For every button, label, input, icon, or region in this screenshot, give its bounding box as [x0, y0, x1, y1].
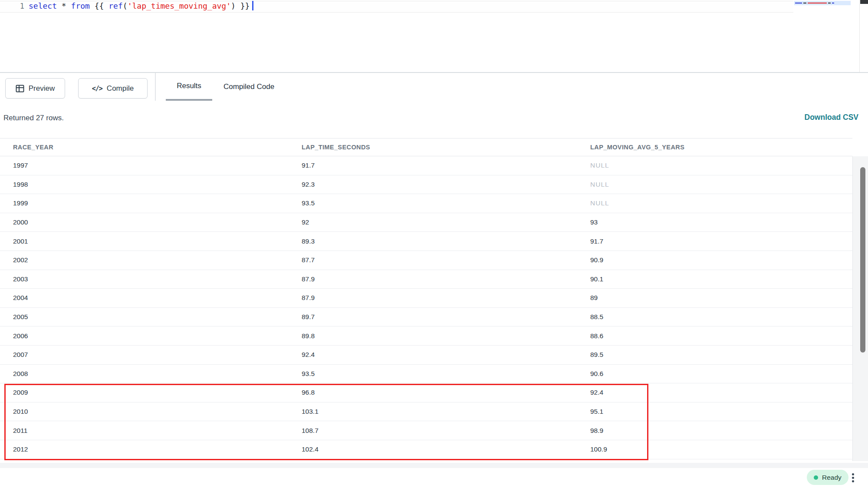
column-header-race-year: RACE_YEAR: [13, 144, 302, 151]
table-row: 200189.391.7: [0, 232, 852, 251]
row-count-text: Returned 27 rows.: [3, 114, 64, 122]
toolbar-divider: [155, 73, 156, 101]
cell-lap-moving-avg-5-years: 93: [590, 218, 852, 226]
table-body: 199791.7NULL199892.3NULL199993.5NULL2000…: [0, 156, 852, 459]
tab-compiled-code-label: Compiled Code: [224, 82, 274, 91]
code-token-string: 'lap_times_moving_avg': [128, 1, 231, 10]
results-scrollbar-track[interactable]: [852, 156, 868, 461]
table-row: 2011108.798.9: [0, 421, 852, 440]
cell-lap-time-seconds: 93.5: [302, 199, 590, 207]
cell-race-year: 2007: [13, 351, 302, 359]
cell-lap-moving-avg-5-years: 90.6: [590, 370, 852, 378]
cell-lap-time-seconds: 87.9: [302, 275, 590, 283]
tab-compiled-code[interactable]: Compiled Code: [223, 73, 275, 101]
cell-race-year: 2006: [13, 332, 302, 340]
cell-lap-time-seconds: 108.7: [302, 427, 590, 435]
cell-lap-time-seconds: 103.1: [302, 408, 590, 415]
cell-lap-moving-avg-5-years: NULL: [590, 199, 852, 207]
cell-lap-moving-avg-5-years: 88.6: [590, 332, 852, 340]
panel-bottom-strip: [0, 463, 868, 468]
tab-results[interactable]: Results: [166, 73, 212, 101]
download-csv-link[interactable]: Download CSV: [805, 113, 858, 122]
table-row: 2012102.4100.9: [0, 440, 852, 459]
cell-lap-time-seconds: 91.7: [302, 162, 590, 169]
cell-lap-moving-avg-5-years: 98.9: [590, 427, 852, 435]
cell-lap-moving-avg-5-years: 92.4: [590, 389, 852, 396]
cell-race-year: 2000: [13, 218, 302, 226]
table-row: 199791.7NULL: [0, 156, 852, 175]
cell-race-year: 2011: [13, 427, 302, 435]
table-header-row: RACE_YEAR LAP_TIME_SECONDS LAP_MOVING_AV…: [0, 138, 852, 156]
cell-race-year: 2012: [13, 445, 302, 453]
cell-race-year: 2002: [13, 256, 302, 264]
table-row: 2010103.195.1: [0, 402, 852, 422]
minimap-current-line: [794, 1, 851, 5]
cell-lap-moving-avg-5-years: 89.5: [590, 351, 852, 359]
ready-status-dot: [814, 475, 818, 480]
tab-results-label: Results: [177, 82, 201, 90]
cell-race-year: 1997: [13, 162, 302, 169]
compile-button[interactable]: </> Compile: [78, 78, 148, 99]
cell-race-year: 2004: [13, 294, 302, 302]
cell-race-year: 2003: [13, 275, 302, 283]
cell-lap-time-seconds: 87.9: [302, 294, 590, 302]
editor-scrollbar-thumb[interactable]: [860, 0, 868, 4]
cell-lap-moving-avg-5-years: 95.1: [590, 408, 852, 415]
table-row: 200792.489.5: [0, 346, 852, 365]
cell-lap-time-seconds: 87.7: [302, 256, 590, 264]
cell-lap-time-seconds: 93.5: [302, 370, 590, 378]
cell-lap-moving-avg-5-years: 89: [590, 294, 852, 302]
cell-lap-time-seconds: 89.7: [302, 313, 590, 321]
cell-lap-moving-avg-5-years: 90.9: [590, 256, 852, 264]
table-row: 200387.990.1: [0, 270, 852, 289]
column-header-lap-moving-avg-5-years: LAP_MOVING_AVG_5_YEARS: [590, 144, 852, 151]
code-token-keyword: from: [71, 1, 90, 10]
code-token-plain: }}: [236, 1, 250, 10]
results-meta-bar: Returned 27 rows. Download CSV: [0, 101, 868, 138]
code-token-plain: *: [57, 1, 71, 10]
ready-status-label: Ready: [822, 474, 842, 481]
cell-race-year: 2010: [13, 408, 302, 415]
table-row: 200893.590.6: [0, 365, 852, 384]
table-row: 199993.5NULL: [0, 194, 852, 213]
cell-lap-moving-avg-5-years: 100.9: [590, 445, 852, 453]
cell-lap-moving-avg-5-years: 90.1: [590, 275, 852, 283]
table-row: 200589.788.5: [0, 308, 852, 327]
column-header-lap-time-seconds: LAP_TIME_SECONDS: [302, 144, 590, 151]
cell-lap-time-seconds: 89.3: [302, 237, 590, 245]
cell-lap-time-seconds: 92.4: [302, 351, 590, 359]
kebab-menu-icon[interactable]: [850, 471, 856, 485]
ready-status-badge[interactable]: Ready: [807, 470, 848, 485]
cell-race-year: 2009: [13, 389, 302, 396]
editor-minimap-divider: [859, 0, 860, 72]
results-scrollbar-thumb[interactable]: [860, 167, 865, 353]
compile-button-label: Compile: [107, 84, 134, 93]
cell-lap-time-seconds: 96.8: [302, 389, 590, 396]
table-grid-icon: [16, 85, 24, 92]
code-token-plain: (: [123, 1, 128, 10]
code-brackets-icon: </>: [92, 85, 102, 92]
code-token-plain: {{: [90, 1, 108, 10]
cell-race-year: 1998: [13, 181, 302, 188]
dbt-ide-window: 1 select * from {{ ref('lap_times_moving…: [0, 0, 868, 488]
status-bar: Ready: [0, 468, 868, 488]
code-token-plain: ): [231, 1, 236, 10]
code-token-keyword: select: [29, 1, 57, 10]
table-row: 20009293: [0, 213, 852, 232]
cell-lap-moving-avg-5-years: 91.7: [590, 237, 852, 245]
editor-minimap[interactable]: [794, 0, 852, 69]
cell-lap-time-seconds: 102.4: [302, 445, 590, 453]
cell-race-year: 2008: [13, 370, 302, 378]
results-table: RACE_YEAR LAP_TIME_SECONDS LAP_MOVING_AV…: [0, 138, 852, 461]
sql-code-line[interactable]: select * from {{ ref('lap_times_moving_a…: [29, 1, 253, 11]
cell-lap-time-seconds: 92: [302, 218, 590, 226]
text-cursor: [252, 1, 253, 10]
table-row: 199892.3NULL: [0, 175, 852, 195]
preview-button[interactable]: Preview: [5, 78, 65, 99]
table-row: 200996.892.4: [0, 383, 852, 402]
table-row: 200487.989: [0, 289, 852, 308]
cell-race-year: 2001: [13, 237, 302, 245]
table-row: 200689.888.6: [0, 326, 852, 346]
cell-lap-moving-avg-5-years: NULL: [590, 181, 852, 188]
sql-editor[interactable]: 1 select * from {{ ref('lap_times_moving…: [0, 0, 868, 72]
